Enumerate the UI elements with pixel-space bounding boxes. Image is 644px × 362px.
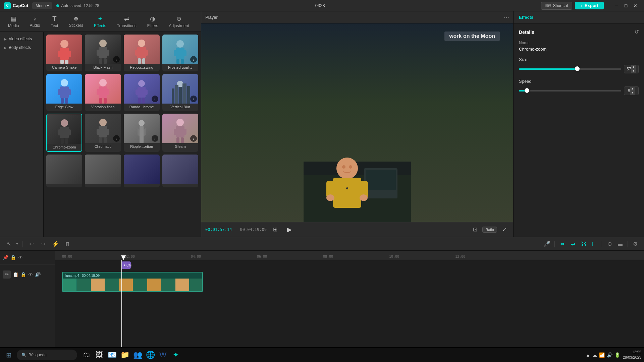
taskbar-app-teams[interactable]: 👥 — [131, 349, 144, 361]
close-button[interactable]: ✕ — [631, 1, 640, 10]
tab-media[interactable]: ▦ Media — [3, 14, 24, 29]
svg-rect-50 — [58, 129, 61, 135]
chain-button[interactable]: ⛓ — [579, 239, 588, 249]
cloud-icon[interactable]: ☁ — [592, 352, 597, 358]
ruler-02: 02:00 — [125, 255, 135, 258]
tab-audio[interactable]: ♪ Audio — [24, 14, 46, 29]
tab-stickers[interactable]: ☻ Stickers — [63, 14, 89, 29]
svg-rect-31 — [99, 86, 107, 98]
play-button[interactable]: ▶ — [284, 224, 295, 235]
size-decrement-button[interactable]: ▼ — [631, 69, 636, 73]
start-button[interactable]: ⊞ — [3, 349, 15, 361]
player-menu-icon[interactable]: ⋯ — [504, 14, 509, 20]
effect-extra-4[interactable] — [162, 155, 198, 187]
align-button[interactable]: ⊢ — [590, 239, 599, 249]
battery-icon[interactable]: 🔋 — [614, 352, 620, 358]
taskbar-app-explorer[interactable]: 🗂 — [80, 349, 93, 361]
effect-extra-3[interactable] — [124, 155, 160, 187]
wifi-icon[interactable]: 📶 — [599, 352, 605, 358]
taskbar-app-photo[interactable]: 🖼 — [93, 349, 105, 361]
mic-button[interactable]: 🎤 — [542, 239, 552, 249]
effect-rebound[interactable]: Rebou...swing — [124, 35, 160, 71]
taskbar-app-outlook[interactable]: 📧 — [106, 349, 118, 361]
chevron-up-icon[interactable]: ▲ — [586, 352, 590, 358]
taskbar-app-files[interactable]: 📁 — [119, 349, 131, 361]
tab-text[interactable]: T Text — [45, 13, 63, 29]
track-lock-icon[interactable]: 🔒 — [20, 272, 26, 277]
auto-link-button[interactable]: ⇌ — [568, 239, 578, 249]
grid-view-button[interactable]: ⊞ — [271, 225, 280, 234]
taskbar-search[interactable]: 🔍 Búsqueda — [17, 350, 77, 360]
effect-gleam[interactable]: ↓ Gleam — [162, 114, 198, 152]
tab-effects[interactable]: ✦ Effects — [89, 14, 111, 29]
size-increment-button[interactable]: ▲ — [631, 65, 636, 69]
volume-icon[interactable]: 🔊 — [607, 352, 612, 358]
tab-transitions[interactable]: ⇌ Transitions — [112, 14, 142, 29]
project-code: 0328 — [103, 3, 537, 8]
effect-vertical-blur[interactable]: ↓ Vertical Blur — [162, 74, 198, 111]
effect-vibration-flash[interactable]: Vibration flash — [85, 74, 121, 111]
sidebar-item-body-effects[interactable]: ▶ Body effects — [0, 43, 43, 52]
clip-link-button[interactable]: ⇔ — [557, 239, 567, 249]
effect-extra-1[interactable] — [46, 155, 82, 187]
lock-icon[interactable]: 🔒 — [10, 255, 16, 260]
track-audio-icon[interactable]: 🔊 — [35, 272, 41, 277]
svg-rect-61 — [140, 126, 144, 143]
effects-panel: ▶ Video effects ▶ Body effects — [0, 32, 201, 237]
tab-filters[interactable]: ◑ Filters — [142, 14, 164, 29]
timeline-toolbar: ↖ ▾ ↩ ↪ ⚡ 🗑 🎤 ⇔ ⇌ ⛓ ⊢ ⊖ ▬ ⚙ — [0, 237, 644, 251]
delete-button[interactable]: 🗑 — [63, 239, 72, 249]
refresh-button[interactable]: ↺ — [634, 29, 639, 35]
video-clip[interactable]: luna.mp4 00:04:19:09 — [62, 272, 203, 292]
size-slider-thumb[interactable] — [575, 66, 580, 71]
taskbar-app-chrome[interactable]: 🌐 — [144, 349, 156, 361]
svg-marker-62 — [138, 128, 140, 136]
effect-chromatic[interactable]: ↓ Chromatic — [85, 114, 121, 152]
svg-rect-16 — [138, 58, 141, 64]
ratio-button[interactable]: Ratio — [482, 227, 497, 233]
export-button[interactable]: ↑ Export — [575, 2, 604, 9]
track-settings-icon[interactable]: 📋 — [13, 272, 18, 277]
settings-button[interactable]: ⚙ — [631, 239, 640, 249]
zoom-slider-button[interactable]: ▬ — [615, 239, 625, 249]
split-button[interactable]: ⚡ — [51, 239, 60, 249]
shortcut-button[interactable]: ⌨ Shortcut — [541, 2, 573, 10]
screenshot-button[interactable]: ⊡ — [470, 225, 480, 234]
clock: 12:55 — [623, 350, 641, 355]
effect-extra-2[interactable] — [85, 155, 121, 187]
tab-adjustment[interactable]: ⊕ Adjustment — [163, 14, 194, 29]
timeline-main[interactable]: 00:00 02:00 04:00 06:00 08:00 — [55, 251, 644, 347]
eye-icon[interactable]: 👁 — [18, 255, 23, 260]
redo-button[interactable]: ↪ — [39, 239, 48, 249]
sidebar-item-video-effects[interactable]: ▶ Video effects — [0, 35, 43, 43]
menu-button[interactable]: Menu ▾ — [32, 2, 52, 9]
effect-edge-glow[interactable]: Edge Glow — [46, 74, 82, 111]
zoom-out-button[interactable]: ⊖ — [605, 239, 614, 249]
effect-chromo-zoom[interactable]: Chromo-zoom — [46, 114, 82, 152]
minimize-button[interactable]: ─ — [612, 1, 621, 10]
effect-ripple-distortion[interactable]: ↓ Ripple...ortion — [124, 114, 160, 152]
speed-slider-thumb[interactable] — [525, 88, 529, 93]
track-edit-button[interactable]: ✏ — [3, 270, 11, 279]
effect-camera-shake[interactable]: Camera Shake — [46, 35, 82, 71]
taskbar-time: 12:55 28/03/2023 — [623, 350, 641, 360]
svg-rect-13 — [137, 47, 146, 58]
effect-label-ripple: Ripple...ortion — [124, 143, 160, 150]
effect-thumb-black-flash: ↓ — [85, 35, 121, 64]
effect-black-flash[interactable]: ↓ Black Flash — [85, 35, 121, 71]
taskbar-app-word[interactable]: W — [157, 349, 169, 361]
effect-random-chrome[interactable]: ↓ Rando...hrome — [124, 74, 160, 111]
speed-increment-button[interactable]: ▲ — [630, 87, 635, 91]
fullscreen-button[interactable]: ⤢ — [500, 225, 509, 234]
effect-frosted-quality[interactable]: ↓ Frosted quality — [162, 35, 198, 71]
taskbar-app-capcut[interactable]: ✦ — [170, 349, 182, 361]
pin-icon[interactable]: 📌 — [3, 255, 8, 260]
size-slider-track[interactable] — [519, 68, 621, 70]
select-tool-button[interactable]: ↖ — [4, 239, 13, 249]
effect-clip[interactable]: ✦ Chi — [121, 261, 131, 269]
track-eye-icon[interactable]: 👁 — [28, 272, 33, 277]
maximize-button[interactable]: □ — [621, 1, 631, 10]
speed-slider-track[interactable] — [519, 90, 621, 92]
speed-decrement-button[interactable]: ▼ — [630, 91, 635, 95]
undo-button[interactable]: ↩ — [26, 239, 36, 249]
